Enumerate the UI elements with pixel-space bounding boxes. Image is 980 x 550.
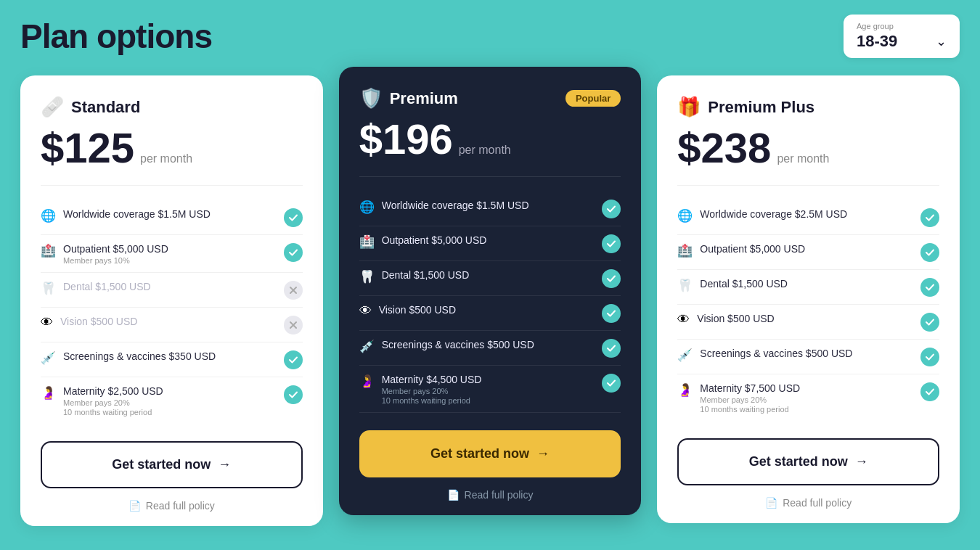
feature-item: 🤰Maternity $4,500 USDMember pays 20%10 m… [359,366,621,413]
plan-period-standard: per month [140,152,192,165]
feature-name: Vision $500 USD [379,304,456,316]
feature-sub: 10 months waiting period [382,396,482,405]
feature-name: Maternity $4,500 USD [382,374,482,385]
feature-icon: 💉 [359,339,375,354]
feature-name: Worldwide coverage $1.5M USD [63,208,211,220]
feature-name: Screenings & vaccines $350 USD [63,350,216,362]
arrow-icon: → [218,457,231,472]
feature-icon: 🤰 [41,385,56,401]
plan-card-standard: 🩹Standard$125per month🌐Worldwide coverag… [20,75,323,526]
plan-name-premium: Premium [390,89,458,108]
read-policy-premium[interactable]: 📄Read full policy [359,489,621,501]
feature-icon: 🏥 [677,243,693,258]
feature-icon: 🤰 [359,374,375,389]
check-icon [284,243,303,262]
feature-item: 🤰Maternity $7,500 USDMember pays 20%10 m… [677,374,939,421]
feature-icon: 🌐 [359,200,375,215]
check-icon [920,382,939,401]
feature-sub: Member pays 20% [382,387,482,395]
feature-name: Dental $1,500 USD [63,281,151,292]
cta-label: Get started now [749,454,848,469]
feature-item: 🏥Outpatient $5,000 USD [677,235,939,270]
feature-icon: 👁 [677,313,690,327]
check-icon [602,269,621,288]
feature-item: 🦷Dental $1,500 USD [677,270,939,305]
feature-item: 🌐Worldwide coverage $1.5M USD [41,200,303,235]
feature-icon: 🤰 [677,382,693,398]
check-icon [284,208,303,227]
policy-label: Read full policy [146,500,215,512]
plan-card-premium: 🛡️PremiumPopular$196per month🌐Worldwide … [339,67,642,515]
feature-name: Outpatient $5,000 USD [63,243,168,255]
features-list-premium: 🌐Worldwide coverage $1.5M USD🏥Outpatient… [359,192,621,413]
feature-icon: 💉 [41,350,56,366]
feature-item: 👁Vision $500 USD [677,305,939,340]
feature-icon: 👁 [359,304,372,319]
get-started-button-premium[interactable]: Get started now→ [359,430,621,477]
cta-label: Get started now [112,457,211,472]
feature-icon: 👁 [41,316,53,330]
feature-item: 🌐Worldwide coverage $1.5M USD [359,192,621,226]
feature-icon: 💉 [677,348,693,363]
check-icon [602,234,621,253]
cta-label: Get started now [430,446,529,461]
plan-name-premium_plus: Premium Plus [708,98,814,117]
feature-icon: 🦷 [359,269,375,284]
feature-sub: Member pays 20% [700,395,800,404]
plans-container: 🩹Standard$125per month🌐Worldwide coverag… [20,75,960,526]
document-icon: 📄 [128,500,141,512]
plan-header: 🩹Standard [41,96,303,118]
arrow-icon: → [855,454,868,469]
feature-icon: 🌐 [677,208,693,223]
features-list-premium_plus: 🌐Worldwide coverage $2.5M USD🏥Outpatient… [677,200,939,421]
check-icon [920,208,939,227]
page-title: Plan options [20,17,212,56]
plan-price-premium_plus: $238 [677,127,771,169]
document-icon: 📄 [765,497,777,509]
feature-name: Screenings & vaccines $500 USD [382,339,534,350]
age-group-selector[interactable]: Age group 18-39 ⌄ [844,15,960,58]
document-icon: 📄 [447,489,460,501]
feature-item: 🦷Dental $1,500 USD [359,261,621,296]
check-icon [284,385,303,404]
plan-card-premium_plus: 🎁Premium Plus$238per month🌐Worldwide cov… [657,75,960,523]
get-started-button-standard[interactable]: Get started now→ [41,441,303,488]
feature-sub: Member pays 20% [63,398,163,407]
check-icon [602,339,621,358]
cross-icon [284,316,303,334]
feature-sub: 10 months waiting period [700,405,800,414]
feature-icon: 🦷 [41,281,56,296]
feature-name: Outpatient $5,000 USD [700,243,805,255]
feature-name: Screenings & vaccines $500 USD [700,348,852,359]
arrow-icon: → [536,446,550,461]
cross-icon [284,281,303,300]
check-icon [920,348,939,366]
get-started-button-premium_plus[interactable]: Get started now→ [677,438,939,485]
feature-name: Worldwide coverage $1.5M USD [382,200,529,211]
feature-item: 💉Screenings & vaccines $500 USD [677,340,939,374]
check-icon [920,313,939,332]
plan-icon-standard: 🩹 [41,96,64,118]
feature-item: 🤰Maternity $2,500 USDMember pays 20%10 m… [41,377,303,424]
age-group-label: Age group [857,22,894,30]
feature-item: 💉Screenings & vaccines $350 USD [41,342,303,377]
feature-name: Vision $500 USD [60,316,137,327]
feature-item: 🌐Worldwide coverage $2.5M USD [677,200,939,235]
policy-label: Read full policy [465,489,534,501]
read-policy-premium_plus[interactable]: 📄Read full policy [677,497,939,509]
popular-badge: Popular [565,90,621,107]
feature-item: 🏥Outpatient $5,000 USDMember pays 10% [41,235,303,273]
check-icon [602,200,621,218]
plan-icon-premium: 🛡️ [359,87,383,110]
check-icon [920,278,939,297]
feature-name: Maternity $2,500 USD [63,385,163,397]
feature-name: Worldwide coverage $2.5M USD [700,208,847,220]
policy-label: Read full policy [783,497,852,509]
check-icon [284,350,303,369]
feature-item: 🦷Dental $1,500 USD [41,273,303,308]
feature-item: 💉Screenings & vaccines $500 USD [359,331,621,366]
feature-icon: 🏥 [41,243,56,258]
feature-sub: Member pays 10% [63,256,168,265]
read-policy-standard[interactable]: 📄Read full policy [41,500,303,512]
feature-name: Vision $500 USD [697,313,774,324]
